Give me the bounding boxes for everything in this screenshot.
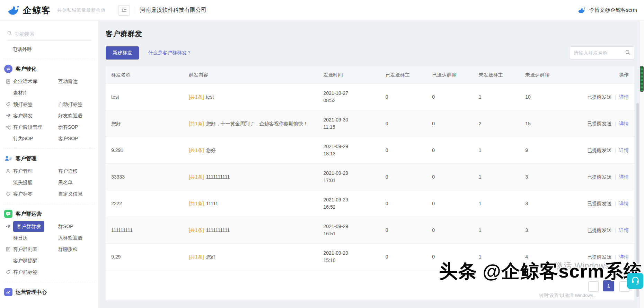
- sidebar-item-row: 流失提醒黑名单: [0, 177, 98, 188]
- brand-name: 企鲸客: [23, 4, 51, 16]
- user-menu[interactable]: 李博文@企鲸客scrm: [577, 7, 637, 14]
- sidebar-item[interactable]: 客户管理: [0, 166, 45, 176]
- cell-broadcast-content: [共1条]您好: [189, 253, 323, 261]
- cell-sent-owners: 0: [386, 253, 432, 261]
- new-broadcast-button[interactable]: 新建群发: [106, 46, 139, 60]
- sidebar-item[interactable]: 互动雷达: [45, 76, 78, 87]
- sidebar-item[interactable]: 预打标签: [0, 99, 45, 110]
- cell-delivered-chats: 0: [432, 93, 478, 101]
- sidebar-section-4-header[interactable]: 运营管理中心: [4, 287, 98, 298]
- sidebar-item-phone-call[interactable]: 电话外呼: [12, 44, 98, 55]
- table-row: test[共1条]test2021-10-2708:5200110已提醒发送|详…: [106, 84, 634, 110]
- cell-delivered-chats: 0: [432, 147, 478, 154]
- sidebar-item-row: 企业话术库互动雷达: [0, 76, 98, 87]
- cell-sent-owners: 0: [386, 227, 432, 234]
- sidebar-item-label: 好友欢迎语: [58, 113, 82, 118]
- sidebar-item[interactable]: 群聊质检: [45, 244, 78, 255]
- brand-tagline: 共创私域流量最新价值: [57, 7, 106, 13]
- sidebar-item[interactable]: 客户群提醒: [0, 255, 45, 266]
- sidebar-item[interactable]: 客户群发: [0, 110, 45, 121]
- sidebar-section-2-header[interactable]: 客户管理: [4, 153, 98, 164]
- status-reminded-label: 已提醒发送: [587, 227, 611, 233]
- detail-link[interactable]: 详情: [619, 254, 629, 260]
- content-text: 您好: [206, 147, 216, 153]
- collapse-menu-icon: [121, 7, 127, 13]
- sidebar-item[interactable]: 客户SOP: [45, 133, 78, 144]
- sidebar-section-divider: [3, 148, 95, 149]
- sidebar-section-divider: [3, 282, 95, 282]
- cell-broadcast-content: [共1条]1111111111: [189, 227, 323, 234]
- sidebar-item-label: 黑名单: [58, 180, 73, 185]
- send-date: 2021-09-29: [324, 170, 382, 177]
- sidebar-item[interactable]: 素材库: [0, 88, 45, 98]
- sidebar-item[interactable]: 客户群标签: [0, 267, 45, 278]
- detail-link[interactable]: 详情: [619, 174, 629, 180]
- broadcast-search-input[interactable]: [574, 50, 625, 56]
- status-reminded-label: 已提醒发送: [587, 94, 611, 100]
- cell-broadcast-name: 您好: [111, 120, 189, 127]
- column-header: 群发内容: [189, 72, 323, 78]
- sidebar-item[interactable]: 客户群群发: [0, 221, 45, 232]
- cell-broadcast-content: [共1条]1111111111: [189, 173, 323, 181]
- send-date: 2021-09-29: [324, 250, 382, 257]
- action-divider: |: [615, 94, 616, 100]
- broadcast-search-box[interactable]: [570, 46, 634, 60]
- sidebar-search-input[interactable]: [15, 31, 70, 37]
- sidebar-item-label-box: 客户群群发: [13, 221, 44, 232]
- sidebar-item[interactable]: 客户迁移: [45, 166, 78, 176]
- content-text: 您好: [206, 254, 216, 260]
- sidebar-item[interactable]: 群日历: [0, 233, 45, 243]
- sidebar-item-label: 客户群发: [13, 113, 33, 118]
- sidebar-item[interactable]: 企业话术库: [0, 76, 45, 87]
- current-page-button[interactable]: 1: [603, 280, 614, 291]
- sidebar-item[interactable]: 入群欢迎语: [45, 233, 82, 243]
- sidebar-item[interactable]: 客户群列表: [0, 244, 45, 255]
- sidebar-item-label: 客户管理: [13, 168, 33, 174]
- prev-page-button[interactable]: [588, 281, 599, 292]
- sidebar-item-row: 群日历入群欢迎语: [0, 232, 98, 244]
- sidebar-item[interactable]: 好友欢迎语: [45, 110, 82, 121]
- sidebar-collapse-button[interactable]: [118, 5, 130, 16]
- sidebar-section-3-header[interactable]: 客户群运营: [4, 208, 98, 219]
- toolbar: 新建群发 什么是客户群群发？: [106, 46, 634, 60]
- sidebar-item-label: 客户标签: [13, 191, 33, 197]
- sidebar-item-label: 群日历: [13, 235, 28, 241]
- sidebar-item-label: 企业话术库: [13, 79, 37, 84]
- detail-link[interactable]: 详情: [619, 201, 629, 206]
- action-divider: |: [615, 121, 616, 126]
- sidebar-search[interactable]: [7, 29, 91, 41]
- cell-send-time: 2021-09-3011:15: [324, 116, 386, 131]
- message-count-badge: [共1条]: [189, 174, 204, 180]
- customer-icon: [4, 154, 12, 163]
- detail-link[interactable]: 详情: [619, 147, 629, 153]
- detail-link[interactable]: 详情: [619, 94, 629, 100]
- cell-broadcast-name: 9.291: [111, 147, 189, 154]
- sidebar-item-row: 客户阶段管理新客SOP: [0, 121, 98, 133]
- sidebar-item[interactable]: 群SOP: [45, 221, 73, 232]
- search-icon[interactable]: [625, 49, 630, 56]
- sidebar-item[interactable]: 新客SOP: [45, 122, 78, 133]
- sidebar-item-label: 客户群群发: [17, 224, 41, 229]
- sidebar-item-label-box: 自动打标签: [58, 99, 82, 110]
- column-header: 已送达群聊: [432, 72, 478, 78]
- page-scrollbar-track[interactable]: [639, 21, 644, 308]
- sidebar-item[interactable]: 行为SOP: [0, 133, 45, 144]
- help-link[interactable]: 什么是客户群群发？: [148, 50, 192, 56]
- detail-link[interactable]: 详情: [619, 227, 629, 233]
- sidebar-item[interactable]: 客户阶段管理: [0, 122, 45, 133]
- sidebar-item[interactable]: 流失提醒: [0, 177, 45, 188]
- page-scrollbar-thumb[interactable]: [640, 66, 644, 92]
- sidebar-item-row: 客户标签自定义信息: [0, 188, 98, 200]
- sidebar-item[interactable]: 自定义信息: [45, 189, 82, 199]
- send-date: 2021-10-27: [324, 90, 382, 97]
- table-scrollbar-thumb[interactable]: [636, 103, 639, 297]
- sidebar-item-label-box: 黑名单: [58, 177, 73, 188]
- detail-link[interactable]: 详情: [619, 121, 629, 126]
- sidebar-item[interactable]: 客户标签: [0, 189, 45, 199]
- sidebar-item[interactable]: 黑名单: [45, 177, 73, 188]
- sidebar-section-1-header[interactable]: 客户转化: [4, 63, 98, 74]
- cell-undelivered-chats: 15: [525, 120, 572, 127]
- sidebar-item-label: 入群欢迎语: [58, 235, 82, 241]
- customer-service-button[interactable]: [627, 273, 643, 289]
- sidebar-item[interactable]: 自动打标签: [45, 99, 82, 110]
